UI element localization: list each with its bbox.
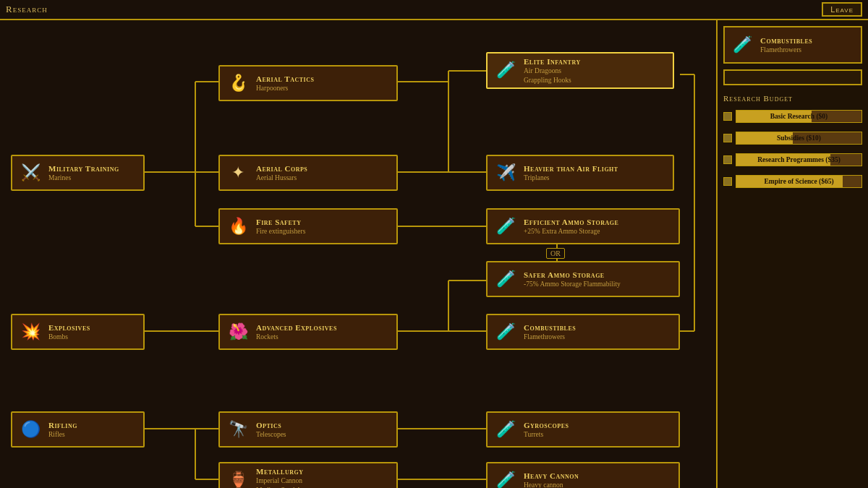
node-sub: Harpooners	[256, 84, 314, 93]
gyroscopes-icon: 🧪	[492, 416, 519, 443]
budget-empire[interactable]: Empire of Science ($65)	[723, 174, 862, 189]
node-elite-infantry[interactable]: 🧪 Elite Infantry Air DragoonsGrappling H…	[486, 52, 674, 89]
node-military-training[interactable]: ⚔️ Military Training Marines	[11, 155, 145, 191]
budget-subsidies-label: Subsidies ($10)	[736, 132, 861, 144]
budget-empire-label: Empire of Science ($65)	[736, 176, 861, 187]
node-rifling[interactable]: 🔵 Rifling Rifles	[11, 411, 145, 448]
node-sub: Heavy cannon	[524, 481, 579, 488]
budget-title: Research Budget	[723, 94, 862, 103]
node-title: Aerial Tactics	[256, 74, 314, 84]
optics-icon: 🔭	[224, 416, 252, 443]
budget-subsidies-bar[interactable]: Subsidies ($10)	[736, 132, 862, 145]
node-title: Heavier than Air Flight	[524, 163, 618, 174]
budget-subsidies[interactable]: Subsidies ($10)	[723, 130, 862, 146]
aerial-corps-icon: ✦	[224, 159, 252, 187]
node-title: Aerial Corps	[256, 163, 307, 174]
title: Research	[6, 4, 48, 15]
research-tree[interactable]: ⚔️ Military Training Marines 🪝 Aerial Ta…	[0, 20, 716, 488]
advanced-explosives-icon: 🌺	[224, 318, 252, 346]
combustibles-icon: 🧪	[492, 318, 519, 346]
budget-programmes-label: Research Programmes ($35)	[736, 154, 861, 166]
node-title: Safer Ammo Storage	[524, 270, 621, 280]
leave-button[interactable]: Leave	[822, 2, 862, 17]
node-combustibles-bottom[interactable]: 🧪 Combustibles Flamethrowers	[486, 314, 680, 350]
node-heavy-cannon[interactable]: 🧪 Heavy Cannon Heavy cannon	[486, 462, 680, 488]
budget-subsidies-indicator	[723, 134, 732, 142]
fire-safety-icon: 🔥	[224, 213, 252, 240]
node-sub: Bombs	[48, 333, 90, 341]
title-bar: Research Leave	[0, 0, 868, 20]
node-sub: -75% Ammo Storage Flammability	[524, 280, 621, 288]
node-sub: Fire extinguishers	[256, 227, 305, 236]
node-efficient-ammo[interactable]: 🧪 Efficient Ammo Storage +25% Extra Ammo…	[486, 208, 680, 244]
node-title: Combustibles	[524, 322, 576, 333]
node-title: Heavy Cannon	[524, 471, 579, 481]
node-fire-safety[interactable]: 🔥 Fire Safety Fire extinguishers	[218, 208, 398, 244]
node-optics[interactable]: 🔭 Optics Telescopes	[218, 411, 398, 448]
elite-infantry-icon: 🧪	[492, 56, 519, 84]
node-sub: Flamethrowers	[524, 333, 576, 341]
node-safer-ammo[interactable]: 🧪 Safer Ammo Storage -75% Ammo Storage F…	[486, 261, 680, 297]
main-layout: ⚔️ Military Training Marines 🪝 Aerial Ta…	[0, 20, 868, 488]
budget-basic-indicator	[723, 112, 732, 121]
heavy-cannon-icon: 🧪	[492, 466, 519, 488]
node-aerial-tactics[interactable]: 🪝 Aerial Tactics Harpooners	[218, 65, 398, 101]
aerial-tactics-icon: 🪝	[224, 69, 252, 97]
node-title: Rifling	[48, 420, 77, 430]
efficient-ammo-icon: 🧪	[492, 213, 519, 240]
node-title: Gyroscopes	[524, 420, 569, 430]
node-heavier-than-air[interactable]: ✈️ Heavier than Air Flight Triplanes	[486, 155, 674, 191]
sidebar-featured-sub: Flamethrowers	[760, 46, 812, 54]
node-title: Elite Infantry	[524, 56, 581, 67]
or-label: OR	[546, 248, 565, 259]
node-title: Fire Safety	[256, 217, 305, 227]
budget-basic[interactable]: Basic Research ($0)	[723, 108, 862, 124]
node-metallurgy[interactable]: 🏺 Metallurgy Imperial CannonMedium Steel…	[218, 462, 398, 488]
budget-basic-bar[interactable]: Basic Research ($0)	[736, 110, 862, 123]
research-input[interactable]	[723, 69, 862, 85]
budget-empire-bar[interactable]: Empire of Science ($65)	[736, 175, 862, 188]
node-advanced-explosives[interactable]: 🌺 Advanced Explosives Rockets	[218, 314, 398, 350]
sidebar: 🧪 Combustibles Flamethrowers Research Bu…	[716, 20, 868, 488]
budget-programmes-indicator	[723, 155, 732, 164]
sidebar-featured-icon: 🧪	[728, 31, 756, 59]
node-gyroscopes[interactable]: 🧪 Gyroscopes Turrets	[486, 411, 680, 448]
node-sub: Imperial CannonMedium Steel Armour	[256, 476, 318, 488]
budget-programmes[interactable]: Research Programmes ($35)	[723, 152, 862, 168]
node-sub: +25% Extra Ammo Storage	[524, 227, 618, 236]
metallurgy-icon: 🏺	[224, 466, 252, 488]
budget-empire-indicator	[723, 177, 732, 186]
node-sub: Rockets	[256, 333, 337, 341]
node-title: Efficient Ammo Storage	[524, 217, 618, 227]
node-sub: Air DragoonsGrappling Hooks	[524, 67, 581, 85]
budget-basic-label: Basic Research ($0)	[736, 111, 861, 122]
node-title: Optics	[256, 420, 286, 430]
node-explosives[interactable]: 💥 Explosives Bombs	[11, 314, 145, 350]
explosives-icon: 💥	[17, 318, 44, 346]
safer-ammo-icon: 🧪	[492, 265, 519, 293]
node-title: Military Training	[48, 163, 119, 174]
military-training-icon: ⚔️	[17, 159, 44, 187]
sidebar-featured[interactable]: 🧪 Combustibles Flamethrowers	[723, 26, 862, 64]
heavier-air-icon: ✈️	[492, 159, 519, 187]
budget-programmes-bar[interactable]: Research Programmes ($35)	[736, 153, 862, 166]
node-sub: Telescopes	[256, 430, 286, 439]
node-title: Explosives	[48, 322, 90, 333]
node-sub: Rifles	[48, 430, 77, 439]
rifling-icon: 🔵	[17, 416, 44, 443]
node-sub: Marines	[48, 174, 119, 182]
node-aerial-corps[interactable]: ✦ Aerial Corps Aerial Hussars	[218, 155, 398, 191]
node-sub: Aerial Hussars	[256, 174, 307, 182]
node-title: Metallurgy	[256, 466, 318, 476]
node-sub: Turrets	[524, 430, 569, 439]
node-title: Advanced Explosives	[256, 322, 337, 333]
node-sub: Triplanes	[524, 174, 618, 182]
sidebar-featured-title: Combustibles	[760, 35, 812, 46]
